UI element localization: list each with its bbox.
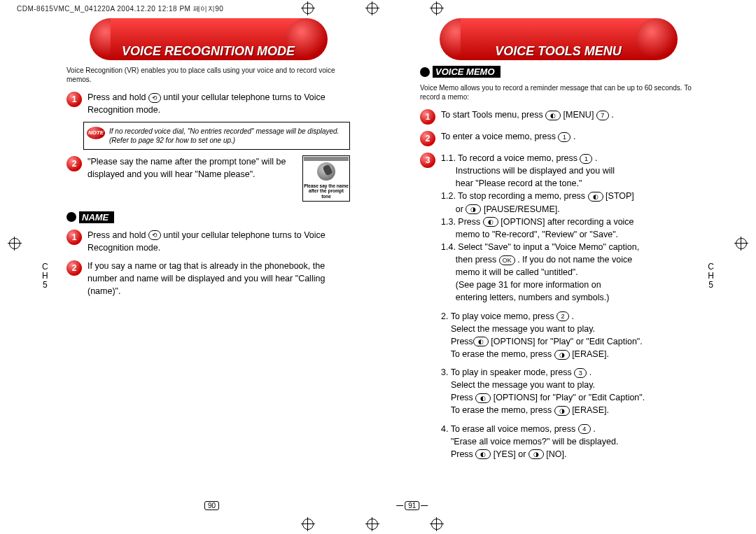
- intro-text-left: Voice Recognition (VR) enables you to pl…: [66, 66, 350, 84]
- name-step-2: 2 If you say a name or tag that is alrea…: [66, 260, 350, 297]
- softkey-icon: ◑: [554, 406, 570, 416]
- right-para-2: 2. To play voice memo, press 2 . Select …: [441, 310, 696, 361]
- step-1-left: 1 Press and hold ⟲ until your cellular t…: [66, 91, 350, 116]
- crop-mark: [365, 517, 379, 531]
- name-step-1: 1 Press and hold ⟲ until your cellular t…: [66, 229, 350, 254]
- softkey-icon: ◑: [554, 350, 570, 360]
- crop-mark: [734, 237, 748, 251]
- ok-key-icon: OK: [499, 255, 515, 265]
- pill-title-left: VOICE RECOGNITION MODE: [90, 44, 328, 59]
- chapter-tab-left: C H 5: [42, 262, 48, 290]
- key-icon: ⟲: [148, 93, 161, 103]
- crop-mark: [430, 1, 444, 15]
- right-para-4: 4. To erase all voice memos, press 4 . "…: [441, 423, 696, 461]
- pill-header-left: VOICE RECOGNITION MODE: [90, 18, 328, 60]
- pill-header-right: VOICE TOOLS MENU: [440, 18, 678, 60]
- key-icon: 3: [574, 368, 587, 378]
- chapter-tab-right: C H 5: [708, 262, 714, 290]
- softkey-icon: ◐: [475, 449, 491, 459]
- page-number-left: 90: [203, 501, 217, 510]
- page-left: VOICE RECOGNITION MODE Voice Recognition…: [0, 14, 378, 513]
- crop-mark: [301, 517, 315, 531]
- phone-screen-mock: Please say the name after the prompt ton…: [302, 155, 350, 201]
- intro-text-right: Voice Memo allows you to record a remind…: [420, 83, 696, 101]
- key-icon: ⟲: [148, 230, 161, 240]
- microphone-icon: [317, 162, 335, 181]
- pill-title-right: VOICE TOOLS MENU: [440, 44, 678, 59]
- softkey-icon: ◐: [588, 192, 603, 202]
- crop-mark: [301, 1, 315, 15]
- right-step-3: 3 1.1. To record a voice memo, press 1 .…: [420, 152, 696, 304]
- crop-mark: [430, 517, 444, 531]
- page-right: VOICE TOOLS MENU VOICE MEMO Voice Memo a…: [378, 14, 756, 513]
- softkey-icon: ◐: [483, 217, 498, 227]
- right-para-3: 3. To play in speaker mode, press 3 . Se…: [441, 366, 696, 417]
- crop-mark: [365, 1, 379, 15]
- key-icon: 2: [556, 311, 569, 321]
- softkey-icon: ◐: [473, 337, 489, 346]
- right-step-1: 1 To start Tools menu, press ◐ [MENU] 7 …: [420, 108, 696, 125]
- page-number-right: 91: [396, 501, 428, 510]
- file-timestamp-header: CDM-8615VMC_M_041220A 2004.12.20 12:18 P…: [17, 4, 223, 14]
- key-icon: 4: [578, 424, 591, 434]
- softkey-icon: ◑: [528, 449, 544, 459]
- softkey-icon: ◐: [545, 111, 561, 120]
- section-voice-memo: VOICE MEMO: [420, 66, 696, 78]
- note-box: NOTE If no recorded voice dial, "No entr…: [83, 122, 350, 150]
- right-step-2: 2 To enter a voice memo, press 1 .: [420, 130, 696, 146]
- key-icon: 1: [580, 154, 592, 164]
- softkey-icon: ◐: [475, 393, 491, 403]
- note-badge-icon: NOTE: [87, 127, 105, 139]
- key-icon: 7: [596, 111, 609, 120]
- softkey-icon: ◑: [465, 204, 481, 214]
- crop-mark: [8, 237, 22, 251]
- step-2-left: 2 Please say the name after the prompt t…: [66, 155, 350, 201]
- section-name-label: NAME: [66, 211, 350, 223]
- key-icon: 1: [558, 132, 570, 142]
